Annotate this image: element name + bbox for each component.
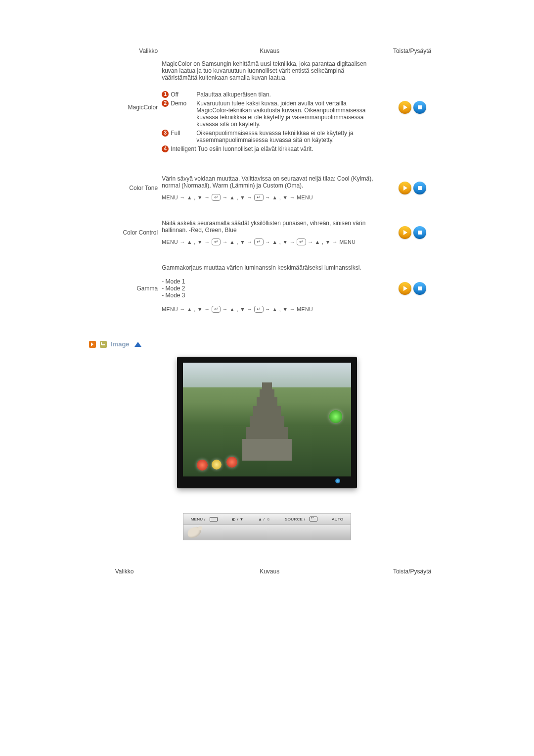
play-square-icon[interactable] (89, 341, 96, 348)
button-strip-top: MENU / ◐/ ▼ ▲ /☼ SOURCE / AUTO (183, 513, 351, 525)
play-pause-colorcontrol[interactable] (399, 226, 426, 239)
table-header-row: Valikko Kuvaus Toista/Pysäytä (89, 45, 445, 57)
button-strip-illustration: MENU / ◐/ ▼ ▲ /☼ SOURCE / AUTO (89, 513, 445, 540)
monitor-screen (183, 363, 351, 476)
colorcontrol-menupath: MENU → ▲ , ▼ → ↵ → ▲ , ▼ → ↵ → ▲ , ▼ → ↵… (162, 238, 377, 245)
gamma-cell: Gammakorjaus muuttaa värien luminanssin … (160, 261, 379, 316)
stop-icon[interactable] (413, 101, 426, 114)
lantern-yellow-icon (212, 460, 222, 470)
enter-key-icon: ↵ (212, 306, 221, 313)
colortone-menupath: MENU → ▲ , ▼ → ↵ → ▲ , ▼ → ↵ → ▲ , ▼ → M… (162, 194, 377, 201)
power-led-icon (335, 478, 340, 483)
enter-rect-icon (310, 517, 317, 521)
play-icon[interactable] (399, 226, 411, 239)
opt-full-label: Full (171, 130, 180, 137)
opt-intelligent: 4Intelligent Tuo esiin luonnolliset ja e… (162, 145, 377, 152)
magiccolor-label: MagicColor (89, 57, 160, 157)
gamma-mode-1: - Mode 1 (162, 278, 377, 285)
colorcontrol-label: Color Control (89, 217, 160, 248)
row-colortone: Color Tone Värin sävyä voidaan muuttaa. … (89, 172, 445, 204)
lantern-red-icon (226, 457, 237, 468)
settings-table-2: Valikko Kuvaus Toista/Pysäytä (89, 565, 445, 578)
opt-demo: 2Demo Kuvaruutuun tulee kaksi kuvaa, joi… (162, 100, 377, 128)
badge-1-icon: 1 (162, 91, 169, 98)
enter-key-icon: ↵ (297, 238, 306, 245)
colorcontrol-cell: Näitä askelia seuraamalla säädät yksilöl… (160, 217, 379, 248)
brightness-icon: ☼ (266, 517, 270, 521)
colorcontrol-desc: Näitä askelia seuraamalla säädät yksilöl… (162, 220, 377, 234)
header-play: Toista/Pysäytä (379, 45, 445, 57)
opt-intel-desc: Tuo esiin luonnolliset ja elävät kirkkaa… (198, 145, 313, 152)
lantern-green-icon (329, 410, 342, 423)
badge-4-icon: 4 (162, 145, 169, 152)
button-strip-bottom (183, 525, 351, 540)
colortone-desc: Värin sävyä voidaan muuttaa. Valittaviss… (162, 175, 377, 189)
play-icon[interactable] (399, 101, 411, 114)
colortone-label: Color Tone (89, 172, 160, 204)
strip-mb-label: ◐/ ▼ (232, 517, 244, 521)
play-pause-magiccolor[interactable] (399, 101, 426, 114)
hand-pointer-icon (186, 525, 203, 539)
monitor-illustration (89, 357, 445, 488)
monitor-frame (177, 357, 357, 488)
section-title: Image (111, 340, 130, 348)
opt-off-desc: Palauttaa alkuperäisen tilan. (196, 91, 377, 98)
colortone-cell: Värin sävyä voidaan muuttaa. Valittaviss… (160, 172, 379, 204)
collapse-up-icon[interactable] (134, 342, 141, 347)
header2-menu: Valikko (89, 565, 160, 578)
opt-full: 3Full Oikeanpuolimmaisessa kuvassa tekni… (162, 130, 377, 143)
play-pause-colortone[interactable] (399, 182, 426, 194)
enter-key-icon: ↵ (254, 194, 264, 201)
play-icon[interactable] (399, 182, 411, 194)
magiccolor-intro: MagicColor on Samsungin kehittämä uusi t… (162, 60, 377, 81)
gamma-label: Gamma (89, 261, 160, 316)
section-header-image: Image (89, 340, 445, 348)
header-menu: Valikko (89, 45, 160, 57)
enter-key-icon: ↵ (254, 306, 264, 313)
magiccolor-cell: MagicColor on Samsungin kehittämä uusi t… (160, 57, 379, 157)
opt-off: 1Off Palauttaa alkuperäisen tilan. (162, 91, 377, 98)
play-pause-gamma[interactable] (399, 282, 426, 295)
enter-key-icon: ↵ (212, 238, 221, 245)
stop-icon[interactable] (413, 282, 426, 295)
settings-table: Valikko Kuvaus Toista/Pysäytä MagicColor… (89, 45, 445, 316)
gamma-menupath: MENU → ▲ , ▼ → ↵ → ▲ , ▼ → ↵ → ▲ , ▼ → M… (162, 306, 377, 313)
header2-play: Toista/Pysäytä (379, 565, 445, 578)
table-header-row-2: Valikko Kuvaus Toista/Pysäytä (89, 565, 445, 578)
monitor-bezel (183, 476, 351, 485)
row-magiccolor: MagicColor MagicColor on Samsungin kehit… (89, 57, 445, 157)
opt-demo-desc: Kuvaruutuun tulee kaksi kuvaa, joiden av… (196, 100, 377, 128)
row-colorcontrol: Color Control Näitä askelia seuraamalla … (89, 217, 445, 248)
strip-source-label: SOURCE / (285, 517, 317, 521)
gamma-mode-2: - Mode 2 (162, 285, 377, 292)
return-icon[interactable] (100, 341, 107, 348)
row-gamma: Gamma Gammakorjaus muuttaa värien lumina… (89, 261, 445, 316)
gamma-desc: Gammakorjaus muuttaa värien luminanssin … (162, 264, 377, 271)
stop-icon[interactable] (413, 226, 426, 239)
badge-3-icon: 3 (162, 130, 169, 137)
magicbright-icon: ◐ (232, 517, 235, 521)
gamma-mode-3: - Mode 3 (162, 292, 377, 299)
opt-off-label: Off (171, 91, 178, 98)
opt-intel-label: Intelligent (171, 145, 196, 152)
opt-full-desc: Oikeanpuolimmaisessa kuvassa tekniikkaa … (196, 130, 377, 143)
header2-desc: Kuvaus (160, 565, 379, 578)
enter-key-icon: ↵ (254, 238, 264, 245)
stop-icon[interactable] (413, 182, 426, 194)
header-desc: Kuvaus (160, 45, 379, 57)
opt-demo-label: Demo (171, 100, 186, 107)
strip-menu-label: MENU / (191, 517, 218, 521)
lantern-red-icon (197, 460, 208, 471)
menu-rect-icon (210, 517, 218, 521)
strip-auto-label: AUTO (332, 517, 343, 521)
play-icon[interactable] (399, 282, 411, 295)
strip-bright-label: ▲ /☼ (258, 517, 270, 521)
enter-key-icon: ↵ (212, 194, 221, 201)
badge-2-icon: 2 (162, 100, 169, 107)
